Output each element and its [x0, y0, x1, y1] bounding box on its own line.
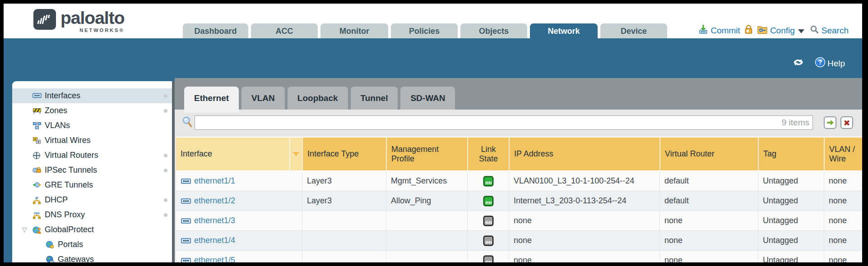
- col-header-tag[interactable]: Tag: [758, 138, 824, 170]
- help-label: Help: [827, 59, 845, 69]
- tab-dashboard[interactable]: Dashboard: [183, 23, 248, 38]
- paloalto-logo-icon: [33, 9, 56, 30]
- cell-vlan-wire: none: [824, 231, 862, 250]
- filter-search-icon[interactable]: [182, 116, 193, 130]
- cell-ip-address: VLAN0100_L3_10-1-100-254--24: [509, 171, 659, 191]
- interface-link[interactable]: ethernet1/2: [194, 196, 235, 206]
- cell-vlan-wire: none: [824, 191, 862, 211]
- col-header-interface[interactable]: Interface: [176, 138, 289, 170]
- cell-tag: Untagged: [758, 191, 824, 211]
- col-header-virtual-router[interactable]: Virtual Router: [659, 138, 758, 170]
- dns-proxy-icon: DNS: [32, 211, 42, 219]
- search-label: Search: [822, 26, 849, 36]
- sidebar-dot: [164, 154, 167, 157]
- sidebar-item-virtual-wires[interactable]: Virtual Wires: [12, 133, 172, 148]
- cell-virtual-router: none: [659, 251, 758, 262]
- sidebar-item-dhcp[interactable]: IP DHCP: [12, 193, 172, 207]
- lock-icon[interactable]: [744, 24, 753, 37]
- subtab-loopback[interactable]: Loopback: [288, 87, 348, 110]
- table-row[interactable]: ethernet1/4 none none Untagged none: [176, 231, 862, 251]
- tab-policies[interactable]: Policies: [391, 23, 458, 38]
- config-dropdown[interactable]: Config: [757, 24, 806, 37]
- sidebar-item-label: DNS Proxy: [45, 210, 85, 220]
- table-row[interactable]: ethernet1/1 Layer3 Mgmt_Services VLAN010…: [176, 171, 862, 191]
- cell-mgmt-profile: [386, 231, 467, 250]
- ethernet-port-icon: [181, 217, 191, 225]
- svg-text:DNS: DNS: [34, 211, 40, 214]
- col-header-link-state[interactable]: Link State: [467, 138, 509, 170]
- table-row[interactable]: ethernet1/5 none none Untagged none: [176, 251, 862, 262]
- sidebar-item-vlans[interactable]: VLANs: [12, 118, 172, 133]
- sidebar-item-zones[interactable]: Zones: [12, 103, 172, 118]
- interface-link[interactable]: ethernet1/5: [194, 256, 235, 262]
- cell-interface-type: [302, 251, 386, 262]
- app-window: paloalto NETWORKS® Dashboard ACC Monitor…: [4, 4, 862, 262]
- search-button[interactable]: Search: [810, 25, 849, 37]
- table-header-row: Interface Interface Type Management Prof…: [176, 137, 862, 171]
- vlans-icon: [32, 122, 42, 130]
- subtab-ethernet[interactable]: Ethernet: [184, 87, 239, 113]
- ethernet-port-icon: [32, 92, 42, 100]
- tab-monitor[interactable]: Monitor: [320, 23, 388, 38]
- column-sort-dropdown[interactable]: [289, 138, 302, 170]
- sidebar-item-label: Interfaces: [45, 91, 80, 101]
- commit-button[interactable]: Commit: [698, 24, 740, 37]
- chevron-down-icon: [798, 29, 804, 33]
- subtab-sdwan[interactable]: SD-WAN: [400, 87, 455, 110]
- cell-vlan-wire: none: [824, 171, 862, 191]
- sidebar-item-label: Virtual Routers: [45, 151, 98, 160]
- svg-text:?: ?: [818, 59, 822, 66]
- tab-device[interactable]: Device: [600, 23, 667, 38]
- collapse-arrow-icon[interactable]: ▽: [22, 226, 27, 233]
- sidebar-item-label: IPSec Tunnels: [45, 165, 97, 175]
- config-label: Config: [770, 26, 795, 36]
- sidebar-item-virtual-routers[interactable]: Virtual Routers: [12, 148, 172, 163]
- col-header-management-profile[interactable]: Management Profile: [386, 138, 467, 170]
- config-icon: [757, 24, 768, 37]
- col-header-interface-type[interactable]: Interface Type: [302, 138, 386, 170]
- link-state-icon: [483, 196, 494, 206]
- cell-interface-type: [302, 211, 386, 230]
- cell-ip-address: none: [509, 211, 659, 230]
- ethernet-port-icon: [181, 237, 191, 244]
- table-row[interactable]: ethernet1/2 Layer3 Allow_Ping Internet_L…: [176, 191, 862, 211]
- sidebar-item-ipsec-tunnels[interactable]: IPSec Tunnels: [12, 163, 172, 178]
- interface-link[interactable]: ethernet1/1: [194, 176, 235, 186]
- cell-mgmt-profile: [386, 251, 467, 262]
- cell-interface-type: [302, 231, 386, 250]
- apply-filter-button[interactable]: [824, 116, 836, 129]
- interface-link[interactable]: ethernet1/3: [194, 216, 235, 225]
- clear-filter-button[interactable]: ✖: [840, 116, 853, 129]
- refresh-icon[interactable]: [793, 58, 804, 69]
- table-row[interactable]: ethernet1/3 none none Untagged none: [176, 211, 862, 231]
- col-header-ip-address[interactable]: IP Address: [509, 138, 659, 170]
- help-button[interactable]: ? Help: [815, 57, 845, 70]
- link-state-icon: [483, 216, 494, 226]
- ipsec-tunnels-icon: [32, 166, 42, 174]
- sidebar-item-portals[interactable]: Portals: [12, 237, 172, 252]
- sidebar-item-globalprotect[interactable]: ▽ GlobalProtect: [12, 222, 172, 237]
- subtab-vlan[interactable]: VLAN: [241, 87, 285, 110]
- secondary-bar: ? Help: [4, 38, 862, 78]
- tab-network[interactable]: Network: [530, 23, 598, 38]
- interface-subtabs: Ethernet VLAN Loopback Tunnel SD-WAN: [184, 87, 455, 113]
- sidebar-item-label: Virtual Wires: [45, 136, 91, 145]
- cell-ip-address: none: [509, 231, 659, 250]
- dhcp-icon: IP: [32, 196, 42, 204]
- col-header-vlan-wire[interactable]: VLAN / Wire: [824, 138, 862, 170]
- sidebar-item-interfaces[interactable]: Interfaces: [12, 88, 172, 103]
- sidebar-item-dns-proxy[interactable]: DNS DNS Proxy: [12, 207, 172, 222]
- sidebar-dot: [164, 109, 167, 113]
- cell-tag: Untagged: [758, 171, 824, 191]
- cell-vlan-wire: none: [824, 251, 862, 262]
- interfaces-table: Interface Interface Type Management Prof…: [176, 137, 862, 262]
- subtab-tunnel[interactable]: Tunnel: [351, 87, 398, 110]
- interface-link[interactable]: ethernet1/4: [194, 236, 235, 245]
- top-utilities: Commit Config: [698, 24, 849, 37]
- sidebar-item-label: Gateways: [58, 255, 94, 262]
- filter-input[interactable]: [195, 115, 813, 130]
- tab-objects[interactable]: Objects: [460, 23, 527, 38]
- sidebar-item-gre-tunnels[interactable]: GRE Tunnels: [12, 178, 172, 193]
- tab-acc[interactable]: ACC: [251, 23, 318, 38]
- sidebar-item-gateways[interactable]: Gateways: [12, 252, 172, 262]
